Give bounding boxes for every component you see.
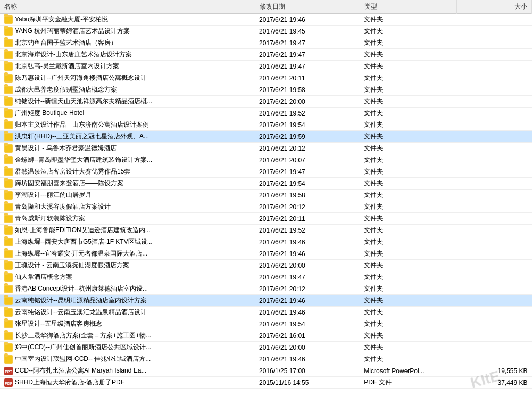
file-date: 2017/6/21 20:00 <box>255 96 360 108</box>
table-row[interactable]: 云南纯铭设计--昆明汨源精品酒店室内设计方案2017/6/21 19:46文件夹 <box>0 295 532 307</box>
file-name-cell: 君然温泉酒店客房设计大赛优秀作品15套 <box>0 166 255 178</box>
folder-icon <box>4 332 13 340</box>
file-name-text: 广州矩度 Boutique Hotel <box>15 109 84 118</box>
table-row[interactable]: 香港AB Concept设计--杭州康莱德酒店室内设...2017/6/21 2… <box>0 283 532 295</box>
file-name-text: 陈乃惠设计--广州天河海角楼酒店公寓概念设计 <box>15 73 147 83</box>
table-row[interactable]: YANG 杭州玛丽蒂姆酒店艺术品设计方案2017/6/21 19:45文件夹 <box>0 26 532 37</box>
table-row[interactable]: 王魂设计 - 云南玉溪抚仙湖度假酒店方案2017/6/21 20:00文件夹 <box>0 260 532 271</box>
folder-icon <box>4 109 13 118</box>
file-name-cell: 李潮设计---丽江的山居岁月 <box>0 190 255 201</box>
file-list[interactable]: 名称 修改日期 类型 大小 Yabu深圳平安金融大厦-平安柏悦2017/6/21… <box>0 0 532 420</box>
file-name-text: 纯铭设计--新疆天山天池祥源高尔夫精品酒店概... <box>15 97 152 106</box>
file-type: 文件夹 <box>360 61 456 72</box>
col-header-type[interactable]: 类型 <box>360 0 456 14</box>
file-type: 文件夹 <box>360 96 456 108</box>
table-row[interactable]: 纯铭设计--新疆天山天池祥源高尔夫精品酒店概...2017/6/21 20:00… <box>0 96 532 108</box>
file-date: 2017/6/21 20:00 <box>255 342 360 353</box>
table-row[interactable]: 郑中(CCD)--广州佳创首丽斯酒店公共区域设计...2017/6/21 20:… <box>0 342 532 353</box>
file-date: 2017/6/21 20:00 <box>255 260 360 271</box>
table-row[interactable]: 长沙三晟华御酒店方案(全套＝方案+施工图+物...2017/6/21 16:01… <box>0 330 532 342</box>
table-row[interactable]: 黄昊设计 - 乌鲁木齐君豪温德姆酒店2017/6/21 20:12文件夹 <box>0 143 532 154</box>
file-date: 2017/6/21 19:46 <box>255 353 360 365</box>
table-row[interactable]: 上海纵墀--宜春耀安·开元名都温泉国际大酒店...2017/6/21 19:46… <box>0 248 532 260</box>
table-row[interactable]: 陈乃惠设计--广州天河海角楼酒店公寓概念设计2017/6/21 20:11文件夹 <box>0 72 532 84</box>
file-size: 37,449 KB <box>457 377 532 389</box>
file-date: 2017/6/21 19:47 <box>255 166 360 178</box>
folder-icon <box>4 308 13 317</box>
table-row[interactable]: 上海纵墀--西安大唐西市G5酒店-1F KTV区域设...2017/6/21 1… <box>0 236 532 248</box>
file-type: 文件夹 <box>360 271 456 283</box>
table-row[interactable]: 青岛隆和大溪谷度假酒店方案设计2017/6/21 20:12文件夹 <box>0 201 532 213</box>
file-date: 2017/6/21 19:46 <box>255 295 360 307</box>
file-date: 2017/6/21 19:47 <box>255 49 360 61</box>
file-size <box>457 49 532 61</box>
file-name-cell: 长沙三晟华御酒店方案(全套＝方案+施工图+物... <box>0 330 255 342</box>
file-name-cell: 青岛威斯汀软装陈设方案 <box>0 213 255 225</box>
table-row[interactable]: 张星设计--五星级酒店客房概念2017/6/21 19:54文件夹 <box>0 318 532 330</box>
file-name-cell: 成都大邑养老度假别墅酒店概念方案 <box>0 84 255 96</box>
file-date: 2017/6/21 19:54 <box>255 119 360 131</box>
col-header-name[interactable]: 名称 <box>0 0 255 14</box>
table-row[interactable]: Yabu深圳平安金融大厦-平安柏悦2017/6/21 19:46文件夹 <box>0 14 532 26</box>
file-name-text: 如恩-上海鲁能EDITION艾迪逊酒店建筑改造内... <box>15 226 151 235</box>
file-date: 2017/6/21 19:58 <box>255 84 360 96</box>
table-row[interactable]: 北京钓鱼台国子监艺术酒店（客房）2017/6/21 19:47文件夹 <box>0 37 532 49</box>
file-name-text: 金螺蛳--青岛即墨华玺大酒店建筑装饰设计方案... <box>15 155 152 164</box>
folder-icon <box>4 238 13 246</box>
table-row[interactable]: 中国室内设计联盟网-CCD-- 佳兆业铂域酒店方...2017/6/21 19:… <box>0 353 532 365</box>
file-name-text: 成都大邑养老度假别墅酒店概念方案 <box>15 85 117 94</box>
file-date: 2017/6/21 19:52 <box>255 225 360 236</box>
file-name-cell: 仙人掌酒店概念方案 <box>0 271 255 283</box>
file-type: 文件夹 <box>360 213 456 225</box>
file-size <box>457 201 532 213</box>
file-name-text: YANG 杭州玛丽蒂姆酒店艺术品设计方案 <box>15 27 130 36</box>
folder-icon <box>4 203 13 211</box>
file-name-cell: 黄昊设计 - 乌鲁木齐君豪温德姆酒店 <box>0 143 255 154</box>
file-name-text: SHHD上海恒大华府酒店-酒店册子PDF <box>15 378 124 387</box>
file-size: 19,555 KB <box>457 365 532 377</box>
table-row[interactable]: 廊坊固安福朋喜来登酒店——陈设方案2017/6/21 19:54文件夹 <box>0 178 532 190</box>
table-row[interactable]: PDF SHHD上海恒大华府酒店-酒店册子PDF2015/11/16 14:55… <box>0 377 532 389</box>
table-row[interactable]: 金螺蛳--青岛即墨华玺大酒店建筑装饰设计方案...2017/6/21 20:07… <box>0 154 532 166</box>
table-row[interactable]: 如恩-上海鲁能EDITION艾迪逊酒店建筑改造内...2017/6/21 19:… <box>0 225 532 236</box>
table-row[interactable]: 成都大邑养老度假别墅酒店概念方案2017/6/21 19:58文件夹 <box>0 84 532 96</box>
file-name-cell: 北京海岸设计-山东唐庄艺术酒店设计方案 <box>0 49 255 61</box>
file-date: 2017/6/21 20:12 <box>255 201 360 213</box>
table-row[interactable]: 云南纯铭设计--云南玉溪汇龙温泉精品酒店设计2017/6/21 19:46文件夹 <box>0 307 532 318</box>
file-size <box>457 14 532 26</box>
table-row[interactable]: 洪忠轩(HHD)--三亚美丽之冠七星酒店外观、A...2017/6/21 19:… <box>0 131 532 143</box>
folder-icon <box>4 121 13 129</box>
table-row[interactable]: 北京海岸设计-山东唐庄艺术酒店设计方案2017/6/21 19:47文件夹 <box>0 49 532 61</box>
table-row[interactable]: 李潮设计---丽江的山居岁月2017/6/21 19:58文件夹 <box>0 190 532 201</box>
file-date: 2017/6/21 19:58 <box>255 190 360 201</box>
col-header-size[interactable]: 大小 <box>457 0 532 14</box>
table-row[interactable]: 君然温泉酒店客房设计大赛优秀作品15套2017/6/21 19:47文件夹 <box>0 166 532 178</box>
file-size <box>457 225 532 236</box>
file-name-text: 云南纯铭设计--云南玉溪汇龙温泉精品酒店设计 <box>15 308 147 317</box>
table-row[interactable]: 北京弘高-昊兰戴斯酒店室内设计方案2017/6/21 19:47文件夹 <box>0 61 532 72</box>
file-name-text: 长沙三晟华御酒店方案(全套＝方案+施工图+物... <box>15 331 151 340</box>
file-size <box>457 72 532 84</box>
file-size <box>457 84 532 96</box>
file-type: 文件夹 <box>360 307 456 318</box>
table-row[interactable]: PPT CCD--阿布扎比酒店公寓Al Maryah Island Ea...2… <box>0 365 532 377</box>
folder-icon <box>4 51 13 59</box>
file-date: 2017/6/21 19:46 <box>255 14 360 26</box>
file-name-text: 李潮设计---丽江的山居岁月 <box>15 191 92 200</box>
table-row[interactable]: 广州矩度 Boutique Hotel2017/6/21 19:52文件夹 <box>0 108 532 119</box>
file-type: 文件夹 <box>360 190 456 201</box>
file-name-cell: 陈乃惠设计--广州天河海角楼酒店公寓概念设计 <box>0 72 255 84</box>
file-name-cell: 云南纯铭设计--云南玉溪汇龙温泉精品酒店设计 <box>0 307 255 318</box>
table-row[interactable]: 归本主义设计作品—山东济南公寓酒店设计案例2017/6/21 19:54文件夹 <box>0 119 532 131</box>
folder-icon <box>4 39 13 47</box>
svg-text:PDF: PDF <box>5 382 13 385</box>
folder-icon <box>4 97 13 106</box>
file-size <box>457 131 532 143</box>
table-row[interactable]: 青岛威斯汀软装陈设方案2017/6/21 20:11文件夹 <box>0 213 532 225</box>
file-date: 2017/6/21 19:47 <box>255 37 360 49</box>
col-header-date[interactable]: 修改日期 <box>255 0 360 14</box>
file-date: 2017/6/21 20:11 <box>255 213 360 225</box>
file-size <box>457 271 532 283</box>
file-date: 2017/6/21 19:46 <box>255 307 360 318</box>
table-row[interactable]: 仙人掌酒店概念方案2017/6/21 19:47文件夹 <box>0 271 532 283</box>
